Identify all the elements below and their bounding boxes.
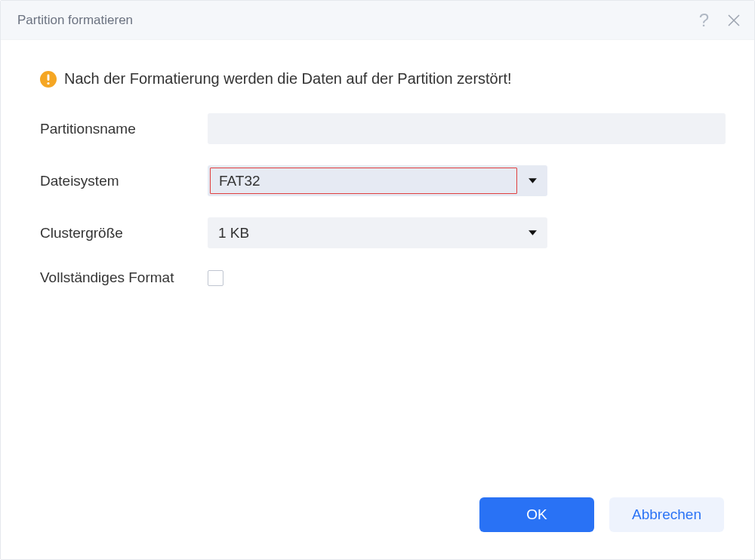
full-format-label: Vollständiges Format [40,269,208,286]
chevron-down-icon [517,176,547,186]
full-format-checkbox[interactable] [208,270,223,286]
close-icon[interactable] [727,14,741,27]
ok-button[interactable]: OK [479,497,594,532]
partition-name-row: Partitionsname [40,113,726,144]
cluster-size-row: Clustergröße 1 KB [40,217,726,248]
filesystem-row: Dateisystem FAT32 [40,165,726,196]
dialog-buttons: OK Abbrechen [40,497,726,541]
dialog-title: Partition formatieren [17,13,699,28]
dialog-content: Nach der Formatierung werden die Daten a… [1,40,754,559]
partition-name-label: Partitionsname [40,121,208,137]
svg-point-2 [47,82,49,84]
help-icon[interactable]: ? [699,10,709,31]
spacer [40,307,726,497]
warning-text: Nach der Formatierung werden die Daten a… [64,70,512,88]
cluster-size-label: Clustergröße [40,225,208,242]
filesystem-select[interactable]: FAT32 [208,165,547,196]
filesystem-label: Dateisystem [40,173,208,189]
full-format-row: Vollständiges Format [40,269,726,286]
titlebar-actions: ? [699,10,741,31]
cluster-size-select[interactable]: 1 KB [208,217,547,248]
cancel-button[interactable]: Abbrechen [609,497,724,532]
warning-message: Nach der Formatierung werden die Daten a… [40,70,726,88]
titlebar: Partition formatieren ? [1,1,754,40]
chevron-down-icon [517,228,547,238]
partition-name-input[interactable] [208,113,726,144]
cluster-size-value: 1 KB [208,217,517,248]
format-partition-dialog: Partition formatieren ? Nach der Formati… [0,0,755,560]
filesystem-value: FAT32 [210,168,517,194]
svg-rect-1 [48,74,50,81]
warning-icon [40,71,57,88]
